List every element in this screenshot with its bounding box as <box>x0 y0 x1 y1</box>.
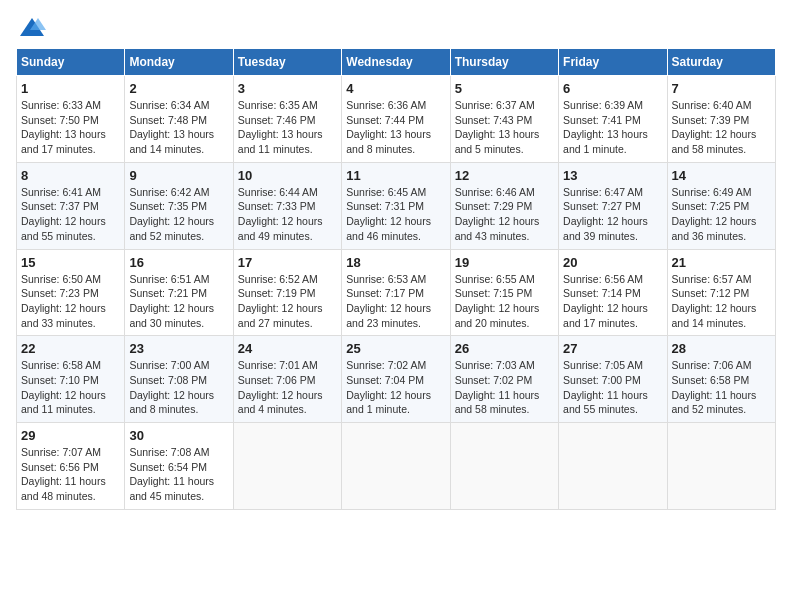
calendar-cell: 15 Sunrise: 6:50 AMSunset: 7:23 PMDaylig… <box>17 249 125 336</box>
day-number: 15 <box>21 255 120 270</box>
calendar-cell: 4 Sunrise: 6:36 AMSunset: 7:44 PMDayligh… <box>342 76 450 163</box>
day-info: Sunrise: 6:50 AMSunset: 7:23 PMDaylight:… <box>21 273 106 329</box>
week-row-3: 15 Sunrise: 6:50 AMSunset: 7:23 PMDaylig… <box>17 249 776 336</box>
day-info: Sunrise: 6:36 AMSunset: 7:44 PMDaylight:… <box>346 99 431 155</box>
day-info: Sunrise: 6:53 AMSunset: 7:17 PMDaylight:… <box>346 273 431 329</box>
calendar-cell: 26 Sunrise: 7:03 AMSunset: 7:02 PMDaylig… <box>450 336 558 423</box>
day-info: Sunrise: 6:35 AMSunset: 7:46 PMDaylight:… <box>238 99 323 155</box>
day-info: Sunrise: 6:41 AMSunset: 7:37 PMDaylight:… <box>21 186 106 242</box>
calendar-header-row: SundayMondayTuesdayWednesdayThursdayFrid… <box>17 49 776 76</box>
day-info: Sunrise: 6:45 AMSunset: 7:31 PMDaylight:… <box>346 186 431 242</box>
calendar-cell <box>559 423 667 510</box>
day-info: Sunrise: 7:06 AMSunset: 6:58 PMDaylight:… <box>672 359 757 415</box>
day-number: 24 <box>238 341 337 356</box>
day-number: 1 <box>21 81 120 96</box>
day-number: 11 <box>346 168 445 183</box>
day-info: Sunrise: 6:58 AMSunset: 7:10 PMDaylight:… <box>21 359 106 415</box>
col-header-wednesday: Wednesday <box>342 49 450 76</box>
calendar-cell: 9 Sunrise: 6:42 AMSunset: 7:35 PMDayligh… <box>125 162 233 249</box>
day-number: 18 <box>346 255 445 270</box>
day-number: 17 <box>238 255 337 270</box>
day-info: Sunrise: 6:51 AMSunset: 7:21 PMDaylight:… <box>129 273 214 329</box>
day-number: 22 <box>21 341 120 356</box>
day-number: 16 <box>129 255 228 270</box>
day-info: Sunrise: 6:57 AMSunset: 7:12 PMDaylight:… <box>672 273 757 329</box>
calendar-cell: 6 Sunrise: 6:39 AMSunset: 7:41 PMDayligh… <box>559 76 667 163</box>
calendar-cell: 12 Sunrise: 6:46 AMSunset: 7:29 PMDaylig… <box>450 162 558 249</box>
day-info: Sunrise: 7:08 AMSunset: 6:54 PMDaylight:… <box>129 446 214 502</box>
day-info: Sunrise: 7:02 AMSunset: 7:04 PMDaylight:… <box>346 359 431 415</box>
calendar-cell: 3 Sunrise: 6:35 AMSunset: 7:46 PMDayligh… <box>233 76 341 163</box>
calendar-cell: 5 Sunrise: 6:37 AMSunset: 7:43 PMDayligh… <box>450 76 558 163</box>
day-number: 12 <box>455 168 554 183</box>
day-number: 2 <box>129 81 228 96</box>
col-header-saturday: Saturday <box>667 49 775 76</box>
day-info: Sunrise: 6:42 AMSunset: 7:35 PMDaylight:… <box>129 186 214 242</box>
day-number: 9 <box>129 168 228 183</box>
day-number: 23 <box>129 341 228 356</box>
day-info: Sunrise: 6:39 AMSunset: 7:41 PMDaylight:… <box>563 99 648 155</box>
day-number: 19 <box>455 255 554 270</box>
week-row-5: 29 Sunrise: 7:07 AMSunset: 6:56 PMDaylig… <box>17 423 776 510</box>
calendar-cell: 20 Sunrise: 6:56 AMSunset: 7:14 PMDaylig… <box>559 249 667 336</box>
day-number: 8 <box>21 168 120 183</box>
day-number: 10 <box>238 168 337 183</box>
col-header-friday: Friday <box>559 49 667 76</box>
day-info: Sunrise: 6:46 AMSunset: 7:29 PMDaylight:… <box>455 186 540 242</box>
day-info: Sunrise: 6:47 AMSunset: 7:27 PMDaylight:… <box>563 186 648 242</box>
calendar-cell <box>450 423 558 510</box>
col-header-tuesday: Tuesday <box>233 49 341 76</box>
calendar-cell <box>342 423 450 510</box>
day-number: 28 <box>672 341 771 356</box>
day-number: 5 <box>455 81 554 96</box>
calendar-cell: 7 Sunrise: 6:40 AMSunset: 7:39 PMDayligh… <box>667 76 775 163</box>
day-number: 27 <box>563 341 662 356</box>
calendar-cell: 1 Sunrise: 6:33 AMSunset: 7:50 PMDayligh… <box>17 76 125 163</box>
week-row-2: 8 Sunrise: 6:41 AMSunset: 7:37 PMDayligh… <box>17 162 776 249</box>
day-info: Sunrise: 7:00 AMSunset: 7:08 PMDaylight:… <box>129 359 214 415</box>
day-info: Sunrise: 7:05 AMSunset: 7:00 PMDaylight:… <box>563 359 648 415</box>
calendar-cell: 18 Sunrise: 6:53 AMSunset: 7:17 PMDaylig… <box>342 249 450 336</box>
day-number: 26 <box>455 341 554 356</box>
calendar-cell: 24 Sunrise: 7:01 AMSunset: 7:06 PMDaylig… <box>233 336 341 423</box>
week-row-4: 22 Sunrise: 6:58 AMSunset: 7:10 PMDaylig… <box>17 336 776 423</box>
day-number: 14 <box>672 168 771 183</box>
week-row-1: 1 Sunrise: 6:33 AMSunset: 7:50 PMDayligh… <box>17 76 776 163</box>
calendar-cell: 28 Sunrise: 7:06 AMSunset: 6:58 PMDaylig… <box>667 336 775 423</box>
day-info: Sunrise: 6:56 AMSunset: 7:14 PMDaylight:… <box>563 273 648 329</box>
calendar-cell: 29 Sunrise: 7:07 AMSunset: 6:56 PMDaylig… <box>17 423 125 510</box>
calendar-cell: 30 Sunrise: 7:08 AMSunset: 6:54 PMDaylig… <box>125 423 233 510</box>
day-number: 21 <box>672 255 771 270</box>
col-header-thursday: Thursday <box>450 49 558 76</box>
day-info: Sunrise: 6:52 AMSunset: 7:19 PMDaylight:… <box>238 273 323 329</box>
day-number: 13 <box>563 168 662 183</box>
col-header-sunday: Sunday <box>17 49 125 76</box>
calendar-cell: 13 Sunrise: 6:47 AMSunset: 7:27 PMDaylig… <box>559 162 667 249</box>
day-info: Sunrise: 6:44 AMSunset: 7:33 PMDaylight:… <box>238 186 323 242</box>
day-info: Sunrise: 6:33 AMSunset: 7:50 PMDaylight:… <box>21 99 106 155</box>
day-info: Sunrise: 7:03 AMSunset: 7:02 PMDaylight:… <box>455 359 540 415</box>
calendar-cell: 17 Sunrise: 6:52 AMSunset: 7:19 PMDaylig… <box>233 249 341 336</box>
calendar-cell: 19 Sunrise: 6:55 AMSunset: 7:15 PMDaylig… <box>450 249 558 336</box>
day-number: 25 <box>346 341 445 356</box>
day-number: 30 <box>129 428 228 443</box>
col-header-monday: Monday <box>125 49 233 76</box>
day-number: 6 <box>563 81 662 96</box>
calendar-cell: 2 Sunrise: 6:34 AMSunset: 7:48 PMDayligh… <box>125 76 233 163</box>
day-number: 4 <box>346 81 445 96</box>
day-info: Sunrise: 6:34 AMSunset: 7:48 PMDaylight:… <box>129 99 214 155</box>
calendar-cell <box>233 423 341 510</box>
calendar-cell: 14 Sunrise: 6:49 AMSunset: 7:25 PMDaylig… <box>667 162 775 249</box>
calendar-cell: 25 Sunrise: 7:02 AMSunset: 7:04 PMDaylig… <box>342 336 450 423</box>
day-number: 29 <box>21 428 120 443</box>
day-number: 7 <box>672 81 771 96</box>
calendar-cell: 22 Sunrise: 6:58 AMSunset: 7:10 PMDaylig… <box>17 336 125 423</box>
calendar-cell: 27 Sunrise: 7:05 AMSunset: 7:00 PMDaylig… <box>559 336 667 423</box>
logo-icon <box>18 16 46 38</box>
calendar-cell <box>667 423 775 510</box>
day-info: Sunrise: 6:55 AMSunset: 7:15 PMDaylight:… <box>455 273 540 329</box>
day-info: Sunrise: 6:37 AMSunset: 7:43 PMDaylight:… <box>455 99 540 155</box>
day-info: Sunrise: 7:07 AMSunset: 6:56 PMDaylight:… <box>21 446 106 502</box>
header <box>16 16 776 38</box>
day-number: 20 <box>563 255 662 270</box>
